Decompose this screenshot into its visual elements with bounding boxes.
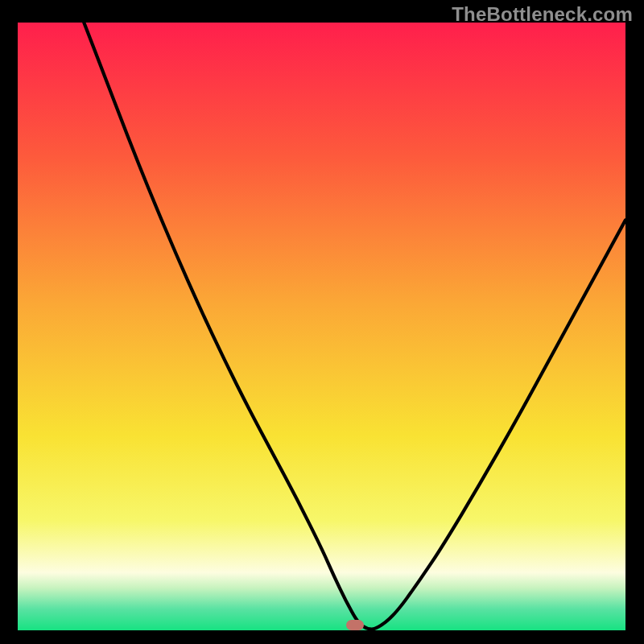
optimal-point-marker xyxy=(346,620,364,630)
chart-plot-area xyxy=(18,23,625,630)
chart-stage: TheBottleneck.com xyxy=(0,0,644,644)
chart-background xyxy=(18,23,625,630)
chart-svg xyxy=(18,23,625,630)
